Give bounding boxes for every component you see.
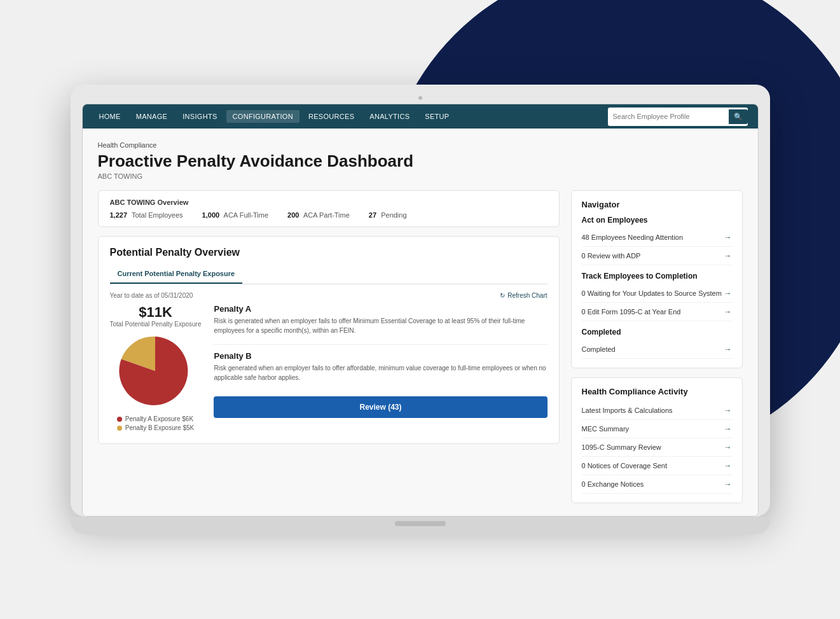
nav-item-insights[interactable]: INSIGHTS bbox=[176, 110, 223, 123]
legend-dot-b bbox=[117, 426, 122, 431]
penalty-a-section: Penalty A Risk is generated when an empl… bbox=[214, 304, 547, 335]
chart-header: Year to date as of 05/31/2020 ↻ Refresh … bbox=[110, 292, 547, 299]
tab-current-potential-penalty[interactable]: Current Potential Penalty Exposure bbox=[110, 266, 243, 284]
search-bar: 🔍 bbox=[608, 108, 748, 126]
nav-link-review-adp[interactable]: 0 Review with ADP → bbox=[582, 247, 732, 265]
stat-pending: 27 Pending bbox=[369, 211, 407, 219]
laptop-bottom bbox=[71, 517, 770, 534]
refresh-icon: ↻ bbox=[500, 292, 505, 299]
nav-link-completed[interactable]: Completed → bbox=[582, 340, 732, 359]
laptop-outer: HOME MANAGE INSIGHTS CONFIGURATION RESOU… bbox=[71, 85, 770, 517]
activity-card: Health Compliance Activity Latest Import… bbox=[571, 377, 743, 503]
penalty-b-section: Penalty B Risk generated when an employe… bbox=[214, 351, 547, 382]
activity-link-1095c[interactable]: 1095-C Summary Review → bbox=[582, 438, 732, 457]
nav-link-edit-form[interactable]: 0 Edit Form 1095-C at Year End → bbox=[582, 303, 732, 321]
navigator-card: Navigator Act on Employees 48 Employees … bbox=[571, 190, 743, 368]
arrow-icon: → bbox=[724, 307, 732, 316]
chart-legend: Penalty A Exposure $6K Penalty B Exposur… bbox=[117, 415, 194, 433]
navigator-title: Navigator bbox=[582, 200, 732, 209]
divider bbox=[214, 344, 547, 345]
activity-link-mec[interactable]: MEC Summary → bbox=[582, 420, 732, 438]
stat-aca-fulltime: 1,000 ACA Full-Time bbox=[202, 211, 268, 219]
page-title: Proactive Penalty Avoidance Dashboard bbox=[98, 151, 743, 171]
nav-items: HOME MANAGE INSIGHTS CONFIGURATION RESOU… bbox=[93, 110, 608, 123]
activity-link-exchange-notices[interactable]: 0 Exchange Notices → bbox=[582, 475, 732, 494]
act-on-employees-title: Act on Employees bbox=[582, 216, 732, 225]
activity-title: Health Compliance Activity bbox=[582, 387, 732, 396]
review-button[interactable]: Review (43) bbox=[214, 396, 547, 418]
arrow-icon: → bbox=[724, 480, 732, 489]
stat-total-employees: 1,227 Total Employees bbox=[110, 211, 183, 219]
company-name: ABC TOWING bbox=[98, 172, 743, 180]
overview-title: ABC TOWING Overview bbox=[110, 198, 547, 206]
arrow-icon: → bbox=[724, 345, 732, 354]
overview-card: ABC TOWING Overview 1,227 Total Employee… bbox=[98, 190, 560, 227]
completed-section-title: Completed bbox=[582, 328, 732, 337]
laptop-notch bbox=[395, 521, 446, 526]
total-exposure: $11K Total Potential Penalty Exposure bbox=[110, 304, 202, 328]
nav-link-waiting-updates[interactable]: 0 Waiting for Your Updates to Source Sys… bbox=[582, 284, 732, 303]
penalty-overview-card: Potential Penalty Overview Current Poten… bbox=[98, 236, 560, 444]
legend-item-b: Penalty B Exposure $5K bbox=[117, 424, 194, 431]
total-amount: $11K bbox=[110, 304, 202, 321]
nav-item-setup[interactable]: SETUP bbox=[418, 110, 455, 123]
nav-item-configuration[interactable]: CONFIGURATION bbox=[226, 110, 300, 123]
search-input[interactable] bbox=[613, 113, 729, 120]
arrow-icon: → bbox=[724, 406, 732, 415]
nav-link-48-employees[interactable]: 48 Employees Needing Attention → bbox=[582, 228, 732, 247]
arrow-icon: → bbox=[724, 289, 732, 298]
scene: HOME MANAGE INSIGHTS CONFIGURATION RESOU… bbox=[0, 0, 840, 619]
navigation-bar: HOME MANAGE INSIGHTS CONFIGURATION RESOU… bbox=[83, 104, 758, 129]
tab-bar: Current Potential Penalty Exposure bbox=[110, 266, 547, 284]
penalty-b-desc: Risk generated when an employer fails to… bbox=[214, 363, 547, 382]
activity-link-notices-coverage[interactable]: 0 Notices of Coverage Sent → bbox=[582, 457, 732, 475]
legend-item-a: Penalty A Exposure $6K bbox=[117, 415, 194, 422]
breadcrumb: Health Compliance bbox=[98, 141, 743, 149]
legend-dot-a bbox=[117, 417, 122, 422]
arrow-icon: → bbox=[724, 461, 732, 470]
penalty-a-title: Penalty A bbox=[214, 304, 547, 314]
nav-item-resources[interactable]: RESOURCES bbox=[302, 110, 361, 123]
arrow-icon: → bbox=[724, 233, 732, 242]
track-employees-title: Track Employees to Completion bbox=[582, 272, 732, 281]
nav-item-analytics[interactable]: ANALYTICS bbox=[363, 110, 416, 123]
chart-area: $11K Total Potential Penalty Exposure bbox=[110, 304, 547, 433]
laptop-screen: HOME MANAGE INSIGHTS CONFIGURATION RESOU… bbox=[82, 104, 759, 517]
arrow-icon: → bbox=[724, 443, 732, 452]
stat-aca-parttime: 200 ACA Part-Time bbox=[287, 211, 350, 219]
page-content: Health Compliance Proactive Penalty Avoi… bbox=[83, 129, 758, 516]
chart-date: Year to date as of 05/31/2020 bbox=[110, 292, 193, 299]
activity-link-imports[interactable]: Latest Imports & Calculations → bbox=[582, 401, 732, 420]
penalty-overview-title: Potential Penalty Overview bbox=[110, 247, 547, 258]
chart-right: Penalty A Risk is generated when an empl… bbox=[214, 304, 547, 418]
refresh-chart-button[interactable]: ↻ Refresh Chart bbox=[500, 292, 547, 299]
total-label: Total Potential Penalty Exposure bbox=[110, 321, 202, 328]
arrow-icon: → bbox=[724, 424, 732, 433]
pie-chart bbox=[117, 333, 193, 409]
search-icon[interactable]: 🔍 bbox=[729, 109, 748, 124]
laptop-wrapper: HOME MANAGE INSIGHTS CONFIGURATION RESOU… bbox=[71, 85, 770, 534]
penalty-b-title: Penalty B bbox=[214, 351, 547, 361]
right-panel: Navigator Act on Employees 48 Employees … bbox=[571, 190, 743, 503]
main-layout: ABC TOWING Overview 1,227 Total Employee… bbox=[98, 190, 743, 503]
overview-stats: 1,227 Total Employees 1,000 ACA Full-Tim… bbox=[110, 211, 547, 219]
arrow-icon: → bbox=[724, 251, 732, 260]
penalty-a-desc: Risk is generated when an employer fails… bbox=[214, 316, 547, 335]
left-panel: ABC TOWING Overview 1,227 Total Employee… bbox=[98, 190, 560, 503]
nav-item-manage[interactable]: MANAGE bbox=[130, 110, 174, 123]
pie-container: $11K Total Potential Penalty Exposure bbox=[110, 304, 202, 433]
nav-item-home[interactable]: HOME bbox=[93, 110, 127, 123]
camera-dot bbox=[418, 96, 422, 100]
